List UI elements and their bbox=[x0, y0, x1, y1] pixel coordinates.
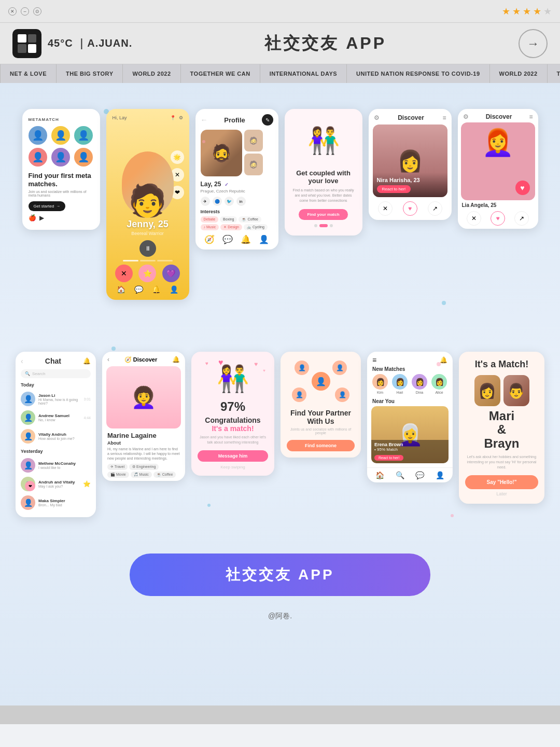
chat-item-jason[interactable]: 👤 Jason Li Hi Mama, how is it going here… bbox=[21, 390, 91, 408]
filter2-icon[interactable]: ⚙ bbox=[463, 113, 469, 120]
deco-dot-4 bbox=[202, 140, 205, 143]
twitter-icon: 🐦 bbox=[225, 197, 234, 206]
nav-item-6[interactable]: WORLD 2022 bbox=[490, 64, 548, 83]
dislike-button[interactable]: ✕ bbox=[115, 265, 133, 282]
close-action[interactable]: ✕ bbox=[378, 201, 393, 216]
chat-header-bar: ‹ Chat 🔔 bbox=[21, 357, 91, 365]
marine-back[interactable]: ‹ bbox=[107, 356, 109, 363]
heart-action[interactable]: ♥ bbox=[403, 201, 417, 216]
apple-icon: 🍎 bbox=[29, 214, 36, 222]
interest-design[interactable]: ✕ Design bbox=[220, 224, 242, 230]
profile-main-pic: 🧔 bbox=[201, 130, 242, 176]
menu2-icon[interactable]: ≡ bbox=[529, 113, 533, 120]
find-someone-button[interactable]: Find someone bbox=[287, 440, 355, 451]
logo-cell-2 bbox=[28, 34, 37, 43]
match-dina[interactable]: 👩 Dina bbox=[412, 374, 427, 394]
orbit-4: 👤 bbox=[335, 388, 349, 402]
settings-icon: ⚙ bbox=[179, 115, 183, 120]
side-icon-1: 🌟 bbox=[171, 150, 184, 164]
interest-boxing[interactable]: Boxing bbox=[220, 216, 237, 223]
nav-item-2[interactable]: WORLD 2022 bbox=[123, 64, 180, 83]
interest-coffee[interactable]: ☕ Coffee bbox=[239, 216, 261, 223]
match-hari[interactable]: 👩 Hari bbox=[392, 374, 408, 394]
mari-avatar: 👩 bbox=[474, 375, 500, 406]
hari-avatar: 👩 bbox=[392, 374, 408, 390]
nav-item-3[interactable]: TOGETHER WE CAN bbox=[181, 64, 260, 83]
star-4: ★ bbox=[533, 6, 541, 17]
tab-user[interactable]: 👤 bbox=[431, 470, 449, 480]
maka-avatar: 👤 bbox=[21, 495, 35, 510]
skill-travel: ✈ Travel bbox=[107, 464, 128, 470]
about-text: Hi, my name is Marine and I am here to f… bbox=[102, 446, 185, 462]
filter-icon[interactable]: ⚙ bbox=[374, 114, 380, 121]
chat-item-maka[interactable]: 👤 Maka Simpler Bron... My bad bbox=[21, 493, 91, 512]
av-2: 👤 bbox=[51, 126, 70, 145]
react-button[interactable]: React to her! bbox=[377, 185, 411, 193]
minimize-icon[interactable]: – bbox=[21, 7, 29, 16]
share-action[interactable]: ↗ bbox=[428, 201, 442, 216]
lia-photo: 👩‍🦰 bbox=[482, 128, 514, 158]
nav-item-4[interactable]: INTERNATIONAL DAYS bbox=[260, 64, 347, 83]
nav-item-5[interactable]: UNITED NATION RESPONSE TO COVID-19 bbox=[347, 64, 489, 83]
nav-item-1[interactable]: THE BIG STORY bbox=[57, 64, 123, 83]
chat-search[interactable]: 🔍 Search bbox=[21, 369, 91, 378]
profile-bottom-nav: 🧭 💬 🔔 👤 bbox=[201, 230, 273, 244]
nav-item-7[interactable]: TOGETHER WE CAN bbox=[548, 64, 560, 83]
star-button[interactable]: ⭐ bbox=[138, 265, 156, 282]
action-buttons: ✕ ⭐ 💜 bbox=[113, 265, 183, 282]
interest-music[interactable]: ♪ Music bbox=[201, 224, 219, 230]
back-arrow[interactable]: ← bbox=[201, 116, 208, 124]
heart-overlay[interactable]: ♥ bbox=[515, 181, 530, 195]
edit-button[interactable]: ✎ bbox=[262, 114, 273, 126]
phones-row-2: ‹ Chat 🔔 🔍 Search Today 👤 Jason Li Hi Ma… bbox=[10, 352, 550, 517]
interest-debate[interactable]: Debate bbox=[201, 216, 219, 223]
chat-item-andrew[interactable]: 👤 Andrew Samuel No, i know 4:44 bbox=[21, 408, 91, 427]
say-hello-button[interactable]: Say "Hello!" bbox=[465, 475, 538, 489]
arrow-button[interactable]: → bbox=[519, 29, 548, 58]
center-avatar: 👤 bbox=[312, 372, 330, 391]
nav-item-0[interactable]: NET & LOVE bbox=[0, 64, 57, 83]
nira-name: Nira Harisha, 23 bbox=[377, 177, 443, 183]
play-store-icon: ▶ bbox=[39, 214, 44, 222]
heart-action-2[interactable]: ♥ bbox=[491, 211, 505, 226]
hi-text: Hi, Lay bbox=[113, 115, 127, 120]
later-link[interactable]: Later bbox=[465, 491, 538, 496]
chat-item-methew[interactable]: 👤 Methew McConahy I would like to bbox=[21, 456, 91, 475]
social-icons: ✈ 🔵 🐦 in bbox=[201, 197, 273, 206]
match-desc: Let's ask about her hobbies and somethin… bbox=[465, 454, 538, 469]
match-alice[interactable]: 👩 Alice bbox=[431, 374, 447, 394]
tab-home[interactable]: 🏠 bbox=[371, 470, 388, 480]
phone-2-icons: 📍 ⚙ bbox=[170, 115, 183, 120]
menu-icon[interactable]: ≡ bbox=[442, 114, 446, 121]
get-started-button[interactable]: Get started → bbox=[29, 201, 66, 211]
message-him-button[interactable]: Message him bbox=[198, 450, 268, 462]
react-near-button[interactable]: React to her! bbox=[374, 455, 403, 461]
find-match-button[interactable]: Find your match bbox=[299, 209, 347, 220]
profile-title: Profile bbox=[224, 116, 245, 124]
like-button[interactable]: 💜 bbox=[162, 265, 180, 282]
tab-search[interactable]: 🔍 bbox=[391, 470, 409, 480]
near-age: • 95% Match bbox=[374, 447, 445, 452]
close-action-2[interactable]: ✕ bbox=[467, 211, 481, 226]
av-6: 👤 bbox=[74, 148, 93, 167]
big-cta-button[interactable]: 社交交友 APP bbox=[130, 554, 430, 596]
tab-chat2[interactable]: 💬 bbox=[412, 470, 429, 480]
close-icon[interactable]: ✕ bbox=[8, 7, 17, 16]
linkedin-icon: in bbox=[236, 197, 246, 206]
matches-menu[interactable]: ≡ bbox=[372, 356, 376, 364]
maximize-icon[interactable]: ⊙ bbox=[33, 7, 41, 16]
interest-cycling[interactable]: 🚲 Cycling bbox=[244, 224, 268, 230]
share-action-2[interactable]: ↗ bbox=[514, 211, 529, 226]
chat-back[interactable]: ‹ bbox=[21, 357, 23, 365]
match-kim[interactable]: 👩 Kim bbox=[372, 374, 388, 394]
discover-icon: 🧭 bbox=[124, 356, 132, 363]
phone-get-coupled: 👫 Get coupled with your love Find a matc… bbox=[285, 109, 362, 236]
star-badge: ⭐ bbox=[83, 480, 91, 488]
chat-item-vitally[interactable]: 👤 Vitally Andruh How about to join me? bbox=[21, 427, 91, 446]
brayn-avatar: 👨 bbox=[503, 375, 529, 406]
metamatch-tag: METAMATCH bbox=[29, 117, 94, 122]
pause-button[interactable]: ⏸ bbox=[139, 240, 156, 257]
couple-figure: 👫 bbox=[307, 126, 340, 156]
logo-cell-3 bbox=[18, 44, 26, 53]
chat-item-andruh[interactable]: 👤 ❤ Andruh and Vitally May I ask you? ⭐ bbox=[21, 475, 91, 493]
